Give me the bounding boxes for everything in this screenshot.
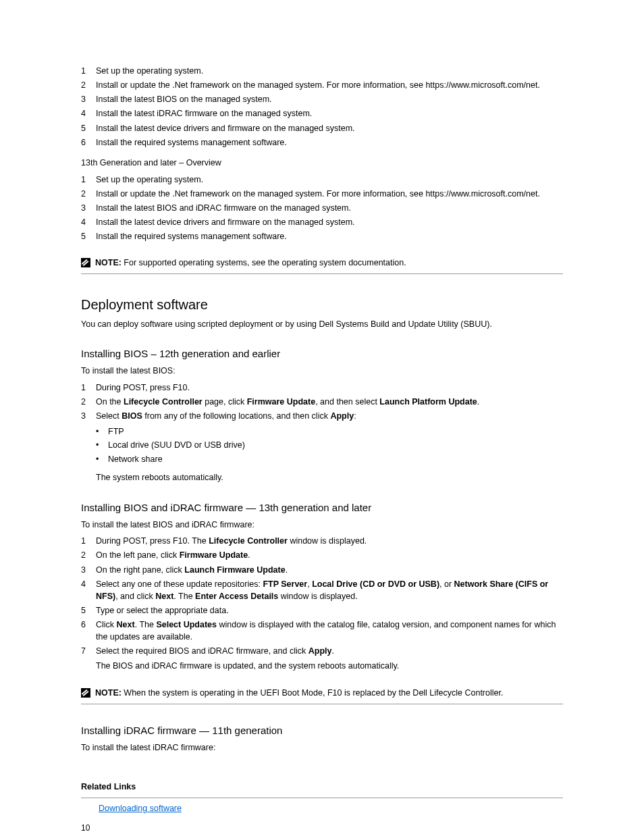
list-item: •FTP bbox=[96, 425, 563, 438]
bios-intro: To install the latest BIOS: bbox=[81, 365, 563, 377]
list-item: •Network share bbox=[96, 453, 563, 466]
page-number: 10 bbox=[81, 823, 90, 833]
g13-after: The BIOS and iDRAC firmware is updated, … bbox=[96, 660, 563, 673]
subsection-heading-bios-12g: Installing BIOS – 12th generation and ea… bbox=[81, 348, 563, 359]
list-item: 1Set up the operating system. bbox=[81, 65, 563, 77]
note-icon bbox=[81, 688, 90, 698]
related-links-heading: Related Links bbox=[81, 781, 563, 793]
list-item: 3On the right pane, click Launch Firmwar… bbox=[81, 564, 563, 576]
subsection-heading-idrac-11g: Installing iDRAC firmware — 11th generat… bbox=[81, 725, 563, 736]
list-item: •Local drive (SUU DVD or USB drive) bbox=[96, 439, 563, 452]
list-item: 3Install the latest BIOS on the managed … bbox=[81, 93, 563, 105]
list-item: 3Select BIOS from any of the following l… bbox=[81, 410, 563, 422]
list-item: 1During POST, press F10. bbox=[81, 382, 563, 394]
list-item: 7Select the required BIOS and iDRAC firm… bbox=[81, 645, 563, 657]
list-item: 5Install the required systems management… bbox=[81, 230, 563, 242]
list-item: 2Install or update the .Net framework on… bbox=[81, 79, 563, 91]
list-item: 4Install the latest device drivers and f… bbox=[81, 216, 563, 228]
list-item: 2On the Lifecycle Controller page, click… bbox=[81, 396, 563, 408]
g13-intro: To install the latest BIOS and iDRAC fir… bbox=[81, 519, 563, 531]
setup-steps-list-a: 1Set up the operating system. 2Install o… bbox=[81, 65, 563, 149]
related-link-row: Downloading software bbox=[99, 802, 563, 815]
bios-reboot-text: The system reboots automatically. bbox=[96, 471, 563, 484]
bios-locations-list: •FTP •Local drive (SUU DVD or USB drive)… bbox=[96, 425, 563, 466]
note-label: NOTE: bbox=[95, 258, 122, 267]
note-body: When the system is operating in the UEFI… bbox=[122, 688, 504, 698]
list-item: 4Select any one of these update reposito… bbox=[81, 578, 563, 602]
idrac11-intro: To install the latest iDRAC firmware: bbox=[81, 741, 563, 754]
list-item: 5Install the latest device drivers and f… bbox=[81, 122, 563, 134]
setup-steps-list-b: 1Set up the operating system. 2Install o… bbox=[81, 174, 563, 243]
list-item: 3Install the latest BIOS and iDRAC firmw… bbox=[81, 202, 563, 214]
list-item: 2Install or update the .Net framework on… bbox=[81, 188, 563, 200]
g13-steps-list: 1During POST, press F10. The Lifecycle C… bbox=[81, 535, 563, 657]
related-link-downloading-software[interactable]: Downloading software bbox=[99, 804, 182, 813]
list-item: 2On the left pane, click Firmware Update… bbox=[81, 549, 563, 561]
subsection-heading-bios-13g: Installing BIOS and iDRAC firmware — 13t… bbox=[81, 502, 563, 513]
note-label: NOTE: bbox=[95, 688, 122, 698]
g13-overview: 13th Generation and later – Overview bbox=[81, 157, 563, 170]
list-item: 1During POST, press F10. The Lifecycle C… bbox=[81, 535, 563, 547]
note-body: For supported operating systems, see the… bbox=[122, 258, 406, 267]
note-icon bbox=[81, 258, 90, 267]
list-item: 5Type or select the appropriate data. bbox=[81, 604, 563, 617]
list-item: 6Install the required systems management… bbox=[81, 136, 563, 149]
divider bbox=[81, 798, 563, 798]
list-item: 6Click Next. The Select Updates window i… bbox=[81, 619, 563, 643]
note-block: NOTE: When the system is operating in th… bbox=[81, 687, 563, 704]
bios-steps-list: 1During POST, press F10. 2On the Lifecyc… bbox=[81, 382, 563, 422]
note-block: NOTE: For supported operating systems, s… bbox=[81, 257, 563, 274]
document-page: 1Set up the operating system. 2Install o… bbox=[0, 0, 644, 834]
section-heading-deployment: Deployment software bbox=[81, 297, 563, 313]
list-item: 1Set up the operating system. bbox=[81, 174, 563, 186]
list-item: 4Install the latest iDRAC firmware on th… bbox=[81, 107, 563, 120]
deployment-body: You can deploy software using scripted d… bbox=[81, 318, 563, 331]
